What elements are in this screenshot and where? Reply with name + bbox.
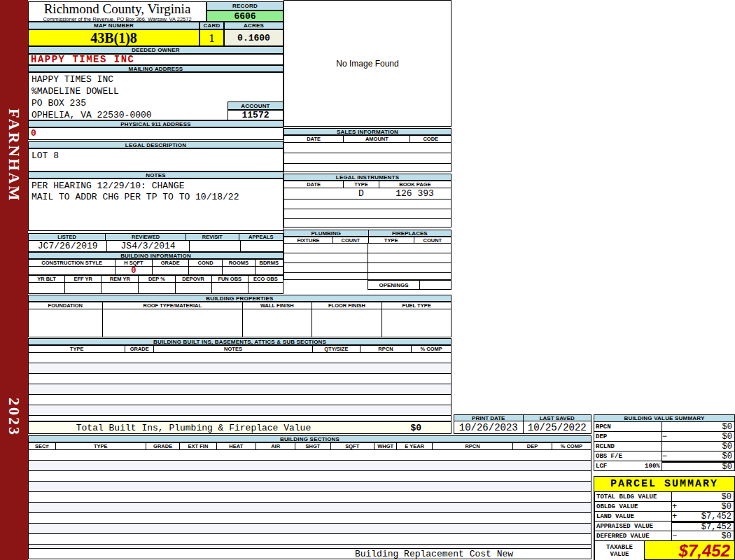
bvs-label: RCLND bbox=[594, 442, 662, 451]
built-ins-empty-rows bbox=[28, 353, 451, 421]
bvs-row-lcf: LCF 100% $0 bbox=[594, 461, 735, 471]
col-yr-blt: YR BLT bbox=[29, 276, 65, 282]
building-properties-title: BUILDING PROPERTIES bbox=[28, 295, 451, 302]
account-label: ACCOUNT bbox=[227, 102, 284, 110]
parcel-label: TOTAL BLDG VALUE bbox=[594, 492, 672, 502]
taxable-value-label: TAXABLE VALUE bbox=[594, 541, 645, 560]
roof-type-cell bbox=[103, 309, 243, 337]
parcel-label: OBLDG VALUE bbox=[594, 502, 672, 512]
col-whgt: WHGT bbox=[374, 443, 398, 449]
col-air: AIR bbox=[256, 443, 295, 449]
col-eff-yr: EFF YR bbox=[65, 276, 102, 282]
record-label: RECORD bbox=[206, 1, 284, 10]
reviewed-initials: JS bbox=[121, 241, 132, 251]
yr-blt-cell bbox=[29, 283, 65, 293]
bvs-label: RPCN bbox=[594, 422, 662, 432]
print-date-label: PRINT DATE bbox=[454, 415, 524, 421]
h-sqft-cell: 0 bbox=[115, 267, 152, 274]
fuel-type-cell bbox=[382, 309, 451, 337]
bvs-row-rpcn: RPCN $0 bbox=[594, 422, 735, 432]
col-fireplace-type: TYPE bbox=[369, 237, 414, 243]
built-ins-total-value: $0 bbox=[358, 423, 451, 433]
lcf-label: LCF bbox=[596, 463, 607, 470]
col-bs-grade: GRADE bbox=[146, 443, 180, 449]
no-image-text: No Image Found bbox=[336, 59, 398, 69]
deeded-owner-name: HAPPY TIMES INC bbox=[28, 54, 284, 65]
col-bs-pct-comp: % COMP bbox=[552, 443, 591, 449]
table-row bbox=[29, 384, 451, 395]
plumbing-fireplaces-divider bbox=[368, 244, 368, 280]
record-number: 6606 bbox=[206, 10, 284, 22]
building-info-header-2: YR BLT EFF YR REM YR DEP % DEPOVR FUN OB… bbox=[28, 275, 284, 283]
appeals-cell bbox=[241, 241, 283, 251]
col-ext-fin: EXT FIN bbox=[180, 443, 216, 449]
col-sale-date: DATE bbox=[284, 136, 344, 142]
table-row bbox=[284, 209, 451, 219]
building-sections-header: SEC# TYPE GRADE EXT FIN HEAT AIR SHGT SQ… bbox=[28, 442, 592, 450]
cond-cell bbox=[189, 267, 223, 274]
parcel-summary-title: PARCEL SUMMARY bbox=[594, 477, 734, 491]
parcel-label: APPRAISED VALUE bbox=[594, 522, 672, 531]
parcel-value: $7,452 bbox=[682, 512, 734, 522]
table-row bbox=[29, 363, 451, 374]
reviewed-cell: JS 4/3/2014 bbox=[107, 241, 189, 251]
parcel-value: $7,452 bbox=[682, 522, 734, 532]
rooms-cell bbox=[223, 267, 255, 274]
notes-label: NOTES bbox=[28, 172, 284, 178]
account-number: 11572 bbox=[227, 110, 284, 120]
notes-line-2: MAIL TO ADDR CHG PER TP TO TO 10/18/22 bbox=[31, 192, 283, 203]
parcel-row-appraised: APPRAISED VALUE $7,452 bbox=[594, 522, 734, 531]
building-sections-footer: Building Replacement Cost New bbox=[28, 548, 592, 559]
table-row bbox=[29, 513, 591, 524]
col-bs-dep: DEP bbox=[513, 443, 552, 449]
openings-label: OPENINGS bbox=[368, 280, 420, 290]
notes-block: PER HEARING 12/29/10: CHANGE MAIL TO ADD… bbox=[28, 178, 284, 231]
fun-obs-cell bbox=[212, 283, 248, 293]
building-info-values-2 bbox=[28, 283, 284, 294]
col-fixture-count: COUNT bbox=[333, 237, 368, 243]
dep-pct-cell bbox=[139, 283, 175, 293]
col-bi-pct-comp: % COMP bbox=[412, 346, 451, 352]
bvs-label: LCF 100% bbox=[594, 461, 662, 471]
district-sidebar: FARNHAM 2023 bbox=[0, 0, 28, 560]
openings-row: OPENINGS bbox=[368, 280, 451, 290]
col-bi-grade: GRADE bbox=[125, 346, 154, 352]
property-photo-panel: No Image Found bbox=[284, 0, 451, 127]
last-saved-value: 10/25/2022 bbox=[524, 421, 592, 433]
print-date-value: 10/26/2023 bbox=[454, 421, 524, 433]
tax-year: 2023 bbox=[5, 398, 23, 437]
table-row bbox=[29, 450, 591, 461]
rem-yr-cell bbox=[102, 283, 139, 293]
col-construction-style: CONSTRUCTION STYLE bbox=[29, 260, 115, 266]
commissioner-line: Commissioner of the Revenue, PO Box 366,… bbox=[29, 16, 206, 22]
county-title: Richmond County, Virginia bbox=[29, 2, 206, 16]
table-row bbox=[29, 482, 591, 492]
lcf-percent: 100% bbox=[645, 463, 660, 470]
bvs-value: $0 bbox=[672, 462, 734, 472]
col-rem-yr: REM YR bbox=[102, 276, 139, 282]
wall-finish-cell bbox=[243, 309, 312, 337]
table-row bbox=[29, 395, 451, 405]
county-header-box: Richmond County, Virginia Commissioner o… bbox=[28, 1, 206, 22]
review-header-row: LISTED REVIEWED REVISIT APPEALS bbox=[28, 233, 284, 241]
parcel-op: + bbox=[672, 502, 682, 512]
col-eco-obs: ECO OBS bbox=[248, 276, 283, 282]
bvs-label: DEP bbox=[594, 432, 662, 442]
legal-instruments-header: DATE TYPE BOOK PAGE bbox=[284, 181, 451, 188]
openings-value bbox=[420, 280, 451, 290]
legal-instruments-title: LEGAL INSTRUMENTS bbox=[284, 174, 451, 181]
bvs-value: $0 bbox=[672, 432, 734, 442]
table-row bbox=[29, 471, 591, 482]
plumbing-fireplaces-header: FIXTURE COUNT TYPE COUNT bbox=[284, 237, 451, 244]
col-cond: COND bbox=[189, 260, 223, 266]
parcel-value: $0 bbox=[682, 502, 734, 512]
depovr-cell bbox=[176, 283, 212, 293]
col-book-page: BOOK PAGE bbox=[379, 181, 451, 188]
map-number-value: 43B(1)8 bbox=[28, 29, 200, 46]
bvs-value: $0 bbox=[672, 422, 734, 432]
table-row bbox=[29, 461, 591, 471]
acres-value: 0.1600 bbox=[224, 29, 284, 46]
taxable-value-amount: $7,452 bbox=[645, 541, 734, 560]
col-fireplace-count: COUNT bbox=[414, 237, 451, 243]
table-row bbox=[284, 200, 451, 209]
